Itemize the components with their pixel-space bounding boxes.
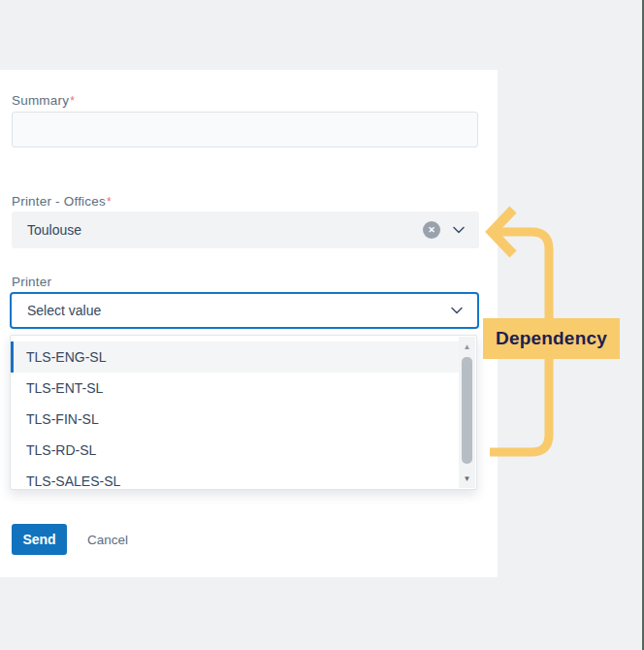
dropdown-option[interactable]: TLS-ENT-SL bbox=[11, 373, 461, 404]
printer-offices-label-text: Printer - Offices bbox=[12, 194, 106, 209]
summary-input[interactable] bbox=[12, 112, 478, 147]
form-card: Summary* Printer - Offices* Toulouse ✕ P… bbox=[0, 70, 498, 577]
printer-options-dropdown: TLS-ENG-SL TLS-ENT-SL TLS-FIN-SL TLS-RD-… bbox=[10, 335, 477, 490]
chevron-down-icon[interactable] bbox=[452, 223, 466, 237]
dependency-badge: Dependency bbox=[483, 318, 620, 359]
dropdown-option[interactable]: TLS-FIN-SL bbox=[11, 404, 461, 435]
required-asterisk: * bbox=[107, 195, 112, 209]
dropdown-option[interactable]: TLS-RD-SL bbox=[11, 435, 461, 466]
scroll-down-icon[interactable]: ▼ bbox=[459, 471, 475, 486]
printer-label: Printer bbox=[12, 275, 51, 289]
dropdown-option[interactable]: TLS-SALES-SL bbox=[11, 466, 461, 490]
summary-label: Summary* bbox=[12, 93, 75, 108]
printer-select-placeholder: Select value bbox=[27, 303, 101, 318]
clear-icon[interactable]: ✕ bbox=[423, 221, 440, 239]
printer-select[interactable]: Select value bbox=[10, 292, 479, 329]
required-asterisk: * bbox=[70, 94, 75, 108]
dropdown-scrollbar[interactable]: ▲ ▼ bbox=[459, 337, 475, 488]
printer-offices-select[interactable]: Toulouse ✕ bbox=[12, 211, 479, 248]
dropdown-option[interactable]: TLS-ENG-SL bbox=[11, 341, 461, 373]
printer-label-text: Printer bbox=[12, 275, 51, 289]
cancel-button[interactable]: Cancel bbox=[87, 533, 128, 547]
chevron-down-icon[interactable] bbox=[450, 304, 464, 317]
scroll-up-icon[interactable]: ▲ bbox=[459, 339, 475, 354]
printer-offices-label: Printer - Offices* bbox=[12, 194, 112, 209]
summary-label-text: Summary bbox=[12, 93, 69, 108]
printer-offices-value: Toulouse bbox=[27, 222, 81, 238]
screen: Summary* Printer - Offices* Toulouse ✕ P… bbox=[0, 0, 644, 650]
send-button[interactable]: Send bbox=[12, 524, 67, 555]
scrollbar-thumb[interactable] bbox=[462, 357, 472, 464]
